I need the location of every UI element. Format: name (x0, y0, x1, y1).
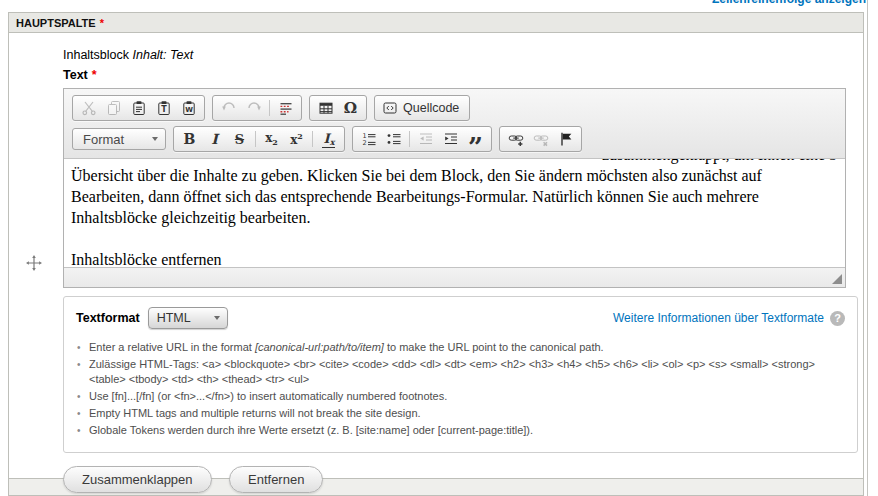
text-format-label: Textformat (76, 311, 140, 325)
resize-grip[interactable] (832, 274, 842, 284)
text-format-wrapper: Textformat HTML Weitere Informationen üb… (63, 296, 858, 453)
collapse-button[interactable]: Zusammenklappen (63, 466, 212, 493)
superscript-icon: x2 (290, 131, 303, 147)
toolbar-separator (312, 131, 313, 147)
editor-bottom-bar (64, 267, 845, 287)
wysiwyg-editor: T W (63, 88, 846, 288)
textformats-info-link[interactable]: Weitere Informationen über Textformate (613, 311, 824, 325)
link-icon (508, 131, 524, 147)
outdent-button[interactable] (413, 129, 438, 149)
redo-icon (246, 100, 262, 116)
drupal-field-widget-page: Zeilenreihenfolge anzeigen HAUPTSPALTE *… (0, 0, 878, 496)
paste-text-icon: T (156, 100, 172, 116)
text-field-label: Text* (63, 68, 863, 82)
redo-button[interactable] (241, 98, 266, 118)
spellcheck-icon (278, 100, 294, 116)
bold-icon: B (184, 131, 196, 147)
paste-icon (131, 100, 147, 116)
toolbar-row-2: Format B I S (72, 126, 837, 152)
source-group: Quellcode (374, 95, 470, 121)
toolbar-row-1: T W (72, 95, 837, 121)
copy-icon (106, 100, 122, 116)
italic-button[interactable]: I (202, 129, 227, 149)
paste-plain-text-button[interactable]: T (151, 98, 176, 118)
special-character-button[interactable]: Ω (338, 98, 363, 118)
row-content: Inhaltsblock Inhalt: Text Text* (9, 33, 863, 493)
blockquote-button[interactable]: ” (463, 129, 488, 149)
unlink-button[interactable] (528, 129, 553, 149)
spellcheck-scayt-button[interactable] (273, 98, 298, 118)
drag-handle[interactable] (26, 255, 42, 271)
undo-group (212, 95, 302, 121)
subscript-icon: x2 (265, 131, 278, 147)
text-format-value: HTML (157, 311, 191, 325)
required-marker: * (92, 68, 97, 82)
paragraph-format-dropdown[interactable]: Format (72, 128, 166, 150)
bulleted-list-icon (386, 131, 402, 147)
text-format-row: Textformat HTML Weitere Informationen üb… (76, 307, 845, 329)
indent-button[interactable] (438, 129, 463, 149)
editor-paragraph: Übersicht über die Inhalte zu geben. Kli… (71, 165, 838, 228)
omega-icon: Ω (344, 99, 357, 117)
editor-toolbar: T W (64, 89, 845, 159)
text-format-select[interactable]: HTML (148, 307, 228, 329)
remove-format-button[interactable]: Ix (316, 129, 341, 149)
guideline-item: Enter a relative URL in the format [cano… (76, 340, 845, 355)
hauptspalte-field-table: HAUPTSPALTE * Inhaltsblock Inhalt: Text … (8, 12, 864, 496)
cut-button[interactable] (76, 98, 101, 118)
undo-icon (221, 100, 237, 116)
paste-from-word-button[interactable]: W (176, 98, 201, 118)
clipboard-group: T W (72, 95, 205, 121)
source-code-icon (382, 100, 398, 116)
table-button[interactable] (313, 98, 338, 118)
paste-button[interactable] (126, 98, 151, 118)
chevron-down-icon (152, 137, 158, 141)
insert-group: Ω (309, 95, 367, 121)
toolbar-separator (409, 131, 410, 147)
field-table-row: Inhaltsblock Inhalt: Text Text* (8, 33, 864, 479)
italic-icon: I (211, 131, 218, 147)
numbered-list-icon: 1 2 (361, 131, 377, 147)
guideline-item: Empty HTML tags and multiple returns wil… (76, 406, 845, 421)
anchor-flag-button[interactable] (553, 129, 578, 149)
numbered-list-button[interactable]: 1 2 (356, 129, 381, 149)
remove-format-icon: Ix (322, 131, 336, 148)
indent-icon (443, 131, 459, 147)
subscript-button[interactable]: x2 (259, 129, 284, 149)
svg-text:T: T (161, 105, 167, 114)
table-icon (318, 100, 334, 116)
bold-button[interactable]: B (177, 129, 202, 149)
list-indent-group: 1 2 (352, 126, 492, 152)
copy-button[interactable] (101, 98, 126, 118)
block-label-prefix: Inhaltsblock (63, 48, 129, 62)
strikethrough-button[interactable]: S (227, 129, 252, 149)
source-code-label: Quellcode (403, 101, 459, 115)
toolbar-separator (269, 100, 270, 116)
required-marker: * (100, 17, 104, 29)
chevron-down-icon (214, 316, 220, 320)
field-table-title: HAUPTSPALTE (16, 17, 96, 29)
guideline-item: Zulässige HTML-Tags: <a> <blockquote> <b… (76, 357, 845, 387)
show-row-weights-link[interactable]: Zeilenreihenfolge anzeigen (712, 0, 866, 6)
strikethrough-icon: S (235, 132, 244, 147)
guideline-item: Use [fn]...[/fn] (or <fn>...</fn>) to in… (76, 389, 845, 404)
remove-button[interactable]: Entfernen (229, 466, 323, 493)
editor-content-area[interactable]: zusammengeklappt, um Ihnen eine bessere … (64, 159, 845, 267)
source-code-button[interactable]: Quellcode (378, 98, 466, 118)
bulleted-list-button[interactable] (381, 129, 406, 149)
format-dropdown-label: Format (83, 132, 124, 147)
superscript-button[interactable]: x2 (284, 129, 309, 149)
link-button[interactable] (503, 129, 528, 149)
help-icon[interactable]: ? (830, 311, 845, 326)
move-cross-icon (26, 255, 42, 271)
flag-icon (558, 131, 574, 147)
undo-button[interactable] (216, 98, 241, 118)
paste-word-icon: W (181, 100, 197, 116)
guideline-item: Globale Tokens werden durch ihre Werte e… (76, 423, 845, 438)
basicstyles-group: B I S x2 (173, 126, 345, 152)
block-actions: Zusammenklappen Entfernen (63, 466, 863, 493)
filter-guidelines: Enter a relative URL in the format [cano… (76, 340, 845, 438)
editor-paragraph: Inhaltsblöcke entfernen (71, 249, 838, 267)
block-type-label: Inhalt: Text (133, 48, 194, 62)
field-table-header: HAUPTSPALTE * (8, 12, 864, 33)
